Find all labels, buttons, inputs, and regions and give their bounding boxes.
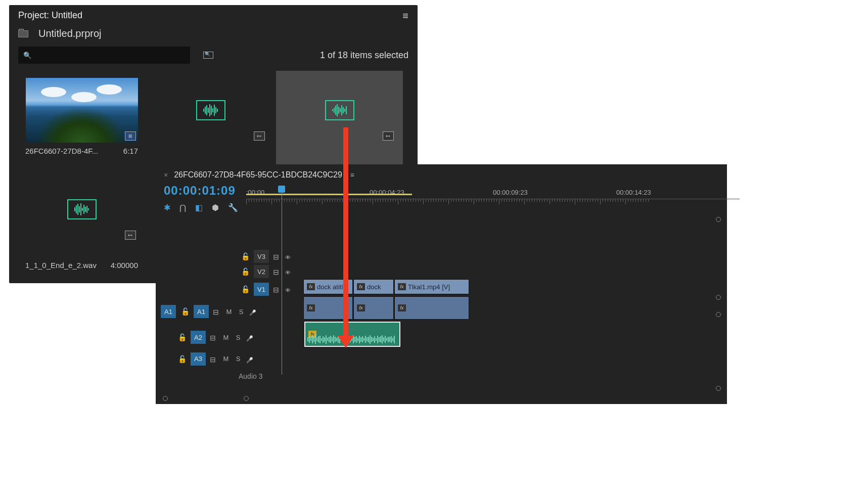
track-a2[interactable]: A2 <box>191 331 206 344</box>
video-clip[interactable]: fx dock atitl <box>303 279 353 294</box>
bin-item-audio[interactable]: ⊷ 1_1_0_End_e_2.wav 4:00000 <box>18 170 145 276</box>
search-input[interactable] <box>18 47 190 64</box>
timeline-panel: × 26FC6607-27D8-4F65-95CC-1BDCB24C9C29 ≡… <box>156 164 727 404</box>
eye-icon[interactable] <box>285 268 293 275</box>
settings-wrench-icon[interactable]: 🔧 <box>228 203 238 212</box>
project-title: Project: Untitled <box>18 10 82 21</box>
selection-count: 1 of 18 items selected <box>320 50 408 61</box>
solo-button[interactable]: S <box>234 334 242 341</box>
find-bin-icon[interactable] <box>203 52 213 59</box>
thumbnail-image <box>26 78 138 143</box>
fx-badge-icon: fx <box>398 283 406 290</box>
mute-button[interactable]: M <box>225 308 233 316</box>
bin-item-sequence[interactable]: ⊞ 26FC6607-27D8-4F... 6:17 <box>18 71 145 168</box>
sync-lock-icon[interactable]: ⊟ <box>210 334 218 341</box>
vscroll-top[interactable] <box>716 217 721 222</box>
video-clip[interactable]: fx dock <box>353 279 394 294</box>
folder-icon <box>18 30 28 37</box>
audio-clip-linked[interactable]: fx <box>303 296 353 320</box>
zoom-handle-left[interactable] <box>163 396 168 401</box>
audio-badge-icon: ⊷ <box>125 231 136 240</box>
sync-lock-icon[interactable]: ⊟ <box>273 253 281 260</box>
video-clip[interactable]: fx Tlkal1.mp4 [V] <box>394 279 469 294</box>
vscroll-bottom[interactable] <box>716 386 721 391</box>
snap-magnet-icon[interactable]: ⋂ <box>179 203 186 212</box>
clip-name: dock atitl <box>317 283 343 291</box>
bin-item-audio[interactable]: ⊷ <box>147 71 274 168</box>
playhead[interactable] <box>278 186 285 193</box>
ruler-label: 00:00:09:23 <box>493 189 616 199</box>
sync-lock-icon[interactable]: ⊟ <box>210 355 218 363</box>
lock-icon[interactable]: 🔓 <box>241 267 250 276</box>
sync-lock-icon[interactable]: ⊟ <box>273 268 281 275</box>
solo-button[interactable]: S <box>237 308 245 316</box>
eye-icon[interactable] <box>285 253 293 260</box>
track-v1[interactable]: V1 <box>254 283 269 296</box>
audio-badge-icon: ⊷ <box>383 131 394 141</box>
work-area-bar[interactable] <box>246 194 412 195</box>
audio-clip-music[interactable]: fx <box>304 322 400 347</box>
item-name: 1_1_0_End_e_2.wav <box>25 261 97 270</box>
playhead-line <box>282 193 282 375</box>
sync-lock-icon[interactable]: ⊟ <box>273 286 281 293</box>
playhead-timecode[interactable]: 00:00:01:09 <box>164 184 238 198</box>
track-v3[interactable]: V3 <box>254 250 269 263</box>
track-a3[interactable]: A3 <box>191 352 206 366</box>
eye-icon[interactable] <box>285 286 293 293</box>
mic-icon[interactable] <box>249 308 257 315</box>
horizontal-scrollbar[interactable] <box>163 396 720 401</box>
mic-icon[interactable] <box>246 334 254 341</box>
audio-clip-linked[interactable]: fx <box>353 296 394 320</box>
sequence-badge-icon: ⊞ <box>125 131 136 141</box>
lock-icon[interactable]: 🔓 <box>241 252 250 260</box>
audio-waveform-icon <box>325 100 354 120</box>
audio-badge-icon: ⊷ <box>254 131 265 141</box>
marker-icon[interactable]: ⬢ <box>212 203 219 212</box>
mic-icon[interactable] <box>246 355 254 363</box>
source-patch-a1[interactable]: A1 <box>161 305 176 318</box>
clip-name: Tlkal1.mp4 [V] <box>408 283 450 291</box>
fx-badge-icon: fx <box>398 304 406 311</box>
track-v2[interactable]: V2 <box>254 265 269 278</box>
audio-clip-linked[interactable]: fx <box>394 296 469 320</box>
lock-icon[interactable]: 🔓 <box>241 285 250 293</box>
insert-nest-icon[interactable]: ✱ <box>164 203 170 212</box>
panel-menu-icon[interactable]: ≡ <box>402 12 408 19</box>
solo-button[interactable]: S <box>234 355 242 363</box>
ruler-label: 00:00:14:23 <box>616 189 740 199</box>
close-sequence-icon[interactable]: × <box>164 171 168 179</box>
lock-icon[interactable]: 🔓 <box>178 355 187 363</box>
fx-badge-icon: fx <box>357 283 365 290</box>
clip-name: dock <box>367 283 381 291</box>
time-ruler[interactable]: :00:00 00:00:04:23 00:00:09:23 00:00:14:… <box>246 186 740 209</box>
track-content-area[interactable]: fx dock atitl fx dock fx Tlkal1.mp4 [V] … <box>303 249 727 381</box>
fx-badge-icon: fx <box>357 304 365 311</box>
sequence-menu-icon[interactable]: ≡ <box>350 171 354 179</box>
lock-icon[interactable]: 🔓 <box>181 307 190 316</box>
linked-selection-icon[interactable]: ◧ <box>195 203 203 212</box>
item-name: 26FC6607-27D8-4F... <box>25 147 98 155</box>
fx-badge-icon: fx <box>307 304 315 311</box>
item-duration: 4:00000 <box>111 261 138 270</box>
audio-waveform-icon <box>196 100 225 120</box>
mute-button[interactable]: M <box>222 355 230 363</box>
track-a1[interactable]: A1 <box>194 305 209 318</box>
fx-badge-icon: fx <box>307 283 315 290</box>
sequence-name[interactable]: 26FC6607-27D8-4F65-95CC-1BDCB24C9C29 <box>174 170 342 180</box>
audio-waveform-icon <box>67 199 97 219</box>
bin-item-audio-selected[interactable]: ⊷ <box>276 71 403 168</box>
mute-button[interactable]: M <box>222 334 230 341</box>
lock-icon[interactable]: 🔓 <box>178 333 187 341</box>
zoom-handle-right[interactable] <box>244 396 249 401</box>
project-filename[interactable]: Untitled.prproj <box>35 28 102 39</box>
clip-waveform <box>307 335 397 344</box>
track-name-a3[interactable]: Audio 3 <box>178 372 303 380</box>
sync-lock-icon[interactable]: ⊟ <box>213 308 221 315</box>
item-duration: 6:17 <box>123 147 138 155</box>
